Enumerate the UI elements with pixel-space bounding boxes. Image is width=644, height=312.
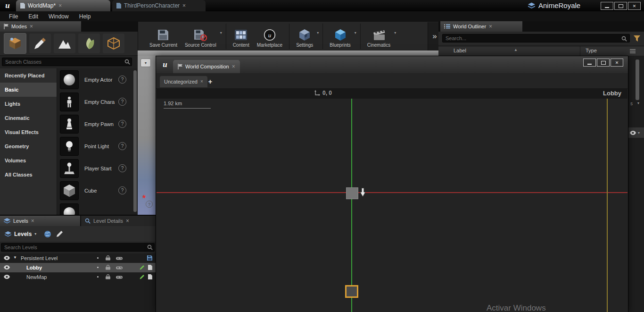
visibility-eye-icon[interactable] [4,275,10,279]
edit-pencil-icon[interactable] [140,265,145,270]
source-control-button[interactable]: Source Control [181,27,220,49]
item-player-start[interactable]: Player Start ? [57,157,138,179]
save-current-button[interactable]: Save Current [146,27,181,49]
tab-world-outliner[interactable]: World Outliner × [440,21,522,32]
category-volumes[interactable]: Volumes [0,153,57,168]
edit-pencil-icon[interactable] [140,274,145,279]
landscape-mode-button[interactable] [54,34,75,53]
world-icon[interactable] [44,230,51,238]
items-scrollbar[interactable] [133,70,137,212]
composition-canvas[interactable]: 0, 0 Lobby 1.92 km [157,88,627,312]
menu-window[interactable]: Window [43,13,74,20]
outliner-scrollbar[interactable] [636,59,639,100]
item-empty-actor[interactable]: Empty Actor ? [57,68,138,91]
close-button[interactable]: ✕ [628,2,641,10]
close-icon[interactable]: × [182,3,186,8]
category-cinematic[interactable]: Cinematic [0,111,57,125]
help-icon[interactable]: ? [118,120,126,128]
column-label[interactable]: Label [454,48,466,53]
window-titlebar[interactable]: u World Composition × ✕ [156,56,628,73]
save-icon[interactable] [147,255,152,261]
gamepad-icon[interactable] [116,266,123,270]
place-mode-button[interactable] [4,33,26,54]
doc-tab-worldmap[interactable]: WorldMap* × [16,0,110,11]
viewport-corner-button[interactable]: ▾ [140,59,151,67]
blueprints-button[interactable]: Blueprints [326,27,354,49]
item-empty-pawn[interactable]: Empty Pawn ? [57,113,138,135]
close-icon[interactable]: × [31,219,34,223]
brush-icon[interactable] [56,231,64,237]
lock-icon[interactable] [106,274,110,279]
viewport-sliver[interactable]: ▾ * ? [138,56,156,215]
details-visibility-row[interactable]: ▾ [628,127,644,138]
item-empty-character[interactable]: Empty Chara ? [57,91,138,113]
help-icon[interactable]: ? [118,186,126,194]
paint-mode-button[interactable] [29,34,51,53]
search-classes-input[interactable] [2,58,132,66]
level-row-newmap[interactable]: NewMap [0,272,156,282]
chevron-down-icon[interactable]: ▾ [355,31,356,35]
chevron-down-icon[interactable]: ▾ [637,101,639,105]
category-basic[interactable]: Basic [0,83,57,97]
category-geometry[interactable]: Geometry [0,139,57,153]
geometry-mode-button[interactable] [103,34,124,53]
help-icon[interactable]: ? [118,98,126,106]
viewport-strip[interactable] [138,51,439,56]
visibility-eye-icon[interactable] [4,265,10,270]
tab-levels[interactable]: Levels × [0,216,80,226]
menu-help[interactable]: Help [74,13,96,20]
doc-tab-thirdperson[interactable]: ThirdPersonCharacter × [112,0,206,11]
cinematics-button[interactable]: Cinematics [363,27,394,49]
close-icon[interactable]: × [200,79,203,84]
level-tile-current[interactable] [346,187,358,199]
level-row-lobby[interactable]: Lobby [0,263,156,272]
category-lights[interactable]: Lights [0,97,57,111]
category-recently-placed[interactable]: Recently Placed [0,68,57,83]
chevron-down-icon[interactable]: ▾ [220,31,222,35]
close-icon[interactable]: × [126,219,129,223]
help-icon[interactable]: ? [118,76,126,84]
content-button[interactable]: Content [229,27,253,49]
close-button[interactable]: ✕ [611,59,623,67]
page-icon[interactable] [148,265,152,270]
filter-icon[interactable] [634,35,640,42]
minimize-button[interactable] [601,2,613,10]
column-type[interactable]: Type [586,48,597,53]
help-icon[interactable]: ? [118,142,126,150]
chevron-down-icon[interactable]: ▾ [317,31,319,35]
chevron-down-icon[interactable]: ▾ [394,31,396,35]
column-divider[interactable] [580,46,580,56]
add-layer-button[interactable]: + [206,77,215,85]
levels-search-input[interactable] [1,243,155,252]
visibility-eye-icon[interactable] [4,256,10,260]
restore-button[interactable] [597,59,610,67]
close-icon[interactable]: × [30,24,33,29]
levels-dropdown-button[interactable]: Levels ▾ [2,229,39,239]
maximize-button[interactable] [614,2,627,10]
item-partial[interactable] [57,202,138,215]
help-icon[interactable]: ? [118,164,126,172]
selected-level-tile[interactable] [345,285,358,298]
page-icon[interactable] [148,274,152,279]
tab-level-details[interactable]: Level Details × [81,216,156,226]
settings-button[interactable]: Settings [292,27,317,49]
category-all-classes[interactable]: All Classes [0,168,57,182]
category-visual-effects[interactable]: Visual Effects [0,125,57,139]
tab-modes[interactable]: Modes × [0,21,81,32]
sort-asc-icon[interactable]: ▲ [514,48,518,52]
marketplace-button[interactable]: u Marketplace [253,27,286,49]
gamepad-icon[interactable] [116,275,123,279]
menu-edit[interactable]: Edit [23,13,43,20]
close-icon[interactable]: × [489,24,492,29]
outliner-search-input[interactable] [442,34,630,42]
expand-arrow-icon[interactable]: ▼ [13,255,17,260]
gamepad-icon[interactable] [116,256,123,261]
tab-uncategorized[interactable]: Uncategorized × [160,76,207,87]
item-cube[interactable]: Cube ? [57,179,138,202]
menu-file[interactable]: File [4,13,23,20]
level-row-persistent[interactable]: ▼ Persistent Level [0,253,156,263]
lock-icon[interactable] [106,265,110,270]
help-icon[interactable]: ? [146,201,153,208]
minimize-button[interactable] [583,59,596,67]
close-icon[interactable]: × [58,3,62,8]
